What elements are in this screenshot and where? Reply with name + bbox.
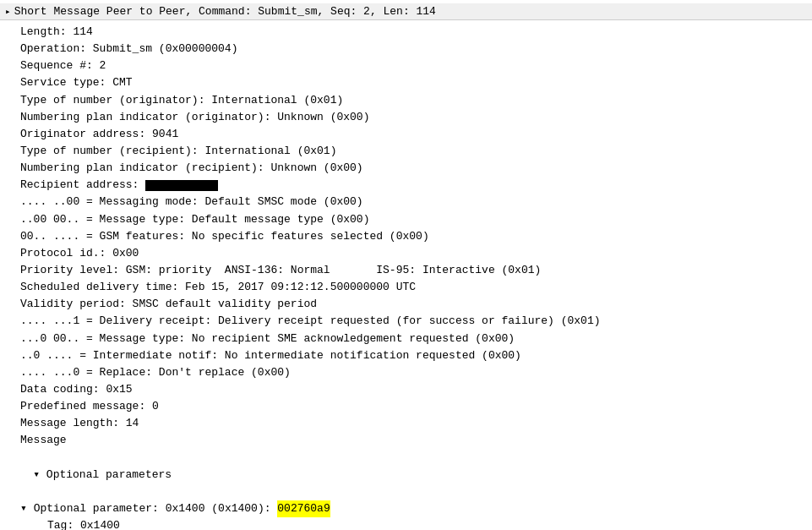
message-line: Message [7,432,805,449]
opt-param-1400-toggle-icon: ▾ [20,500,34,517]
npi-originator-line: Numbering plan indicator (originator): U… [7,109,805,126]
opt-param-1400-label: Optional parameter: 0x1400 (0x1400): [34,500,278,517]
gsm-features-line: 00.. .... = GSM features: No specific fe… [7,228,805,245]
recipient-address-label: Recipient address: [20,177,145,194]
protocol-id-line: Protocol id.: 0x00 [7,245,805,262]
recipient-address-redacted [145,180,218,191]
title-bar: ▸ Short Message Peer to Peer, Command: S… [0,3,812,20]
message-type2-line: ...0 00.. = Message type: No recipient S… [7,331,805,347]
operation-line: Operation: Submit_sm (0x00000004) [7,41,805,57]
messaging-mode-line: .... ..00 = Messaging mode: Default SMSC… [7,194,805,210]
originator-address-line: Originator address: 9041 [7,126,805,143]
replace-line: .... ...0 = Replace: Don't replace (0x00… [7,364,805,381]
optional-params-label: Optional parameters [46,468,172,481]
title-arrow-icon: ▸ [5,6,11,17]
opt-param-1400-value: 002760a9 [277,500,330,517]
length-line: Length: 114 [7,24,805,41]
sequence-line: Sequence #: 2 [7,57,805,74]
priority-level-line: Priority level: GSM: priority ANSI-136: … [7,262,805,279]
predefined-message-line: Predefined message: 0 [7,398,805,415]
optional-parameters-section[interactable]: ▾ Optional parameters [7,450,805,500]
intermediate-notif-line: ..0 .... = Intermediate notif: No interm… [7,347,805,364]
packet-detail: Length: 114 Operation: Submit_sm (0x0000… [0,20,812,530]
title-text: Short Message Peer to Peer, Command: Sub… [14,5,436,18]
message-type-line: ..00 00.. = Message type: Default messag… [7,211,805,228]
delivery-receipt-line: .... ...1 = Delivery receipt: Delivery r… [7,313,805,330]
message-length-line: Message length: 14 [7,415,805,432]
ton-recipient-line: Type of number (recipient): Internationa… [7,143,805,160]
recipient-address-line: Recipient address: [7,177,805,194]
opt-param-1400-content: Tag: 0x1400 Length: 4 Value: 002760a9 [7,517,805,530]
service-type-line: Service type: CMT [7,74,805,91]
opt-param-1400-row[interactable]: ▾ Optional parameter: 0x1400 (0x1400): 0… [7,500,805,517]
optional-params-toggle-icon: ▾ [33,468,46,481]
data-coding-line: Data coding: 0x15 [7,381,805,398]
tag-line: Tag: 0x1400 [7,517,805,530]
npi-recipient-line: Numbering plan indicator (recipient): Un… [7,160,805,177]
scheduled-delivery-line: Scheduled delivery time: Feb 15, 2017 09… [7,279,805,296]
validity-period-line: Validity period: SMSC default validity p… [7,296,805,313]
ton-originator-line: Type of number (originator): Internation… [7,92,805,109]
optional-parameters-content: ▾ Optional parameter: 0x1400 (0x1400): 0… [7,500,805,530]
